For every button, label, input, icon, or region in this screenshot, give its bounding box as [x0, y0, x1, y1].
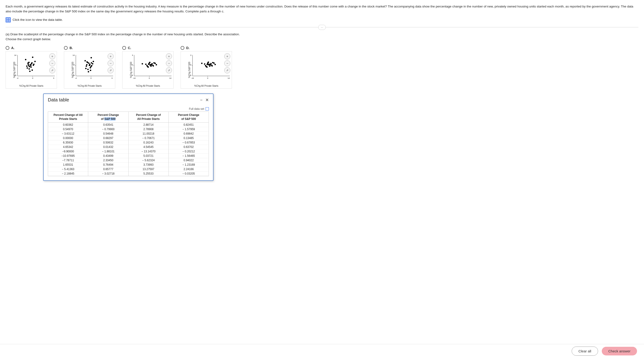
graph-b-label: B. — [70, 46, 73, 50]
data-row: 0.65777 — [88, 167, 128, 171]
svg-point-84 — [150, 65, 152, 66]
graph-d-zoom-out[interactable]: − — [224, 60, 230, 66]
svg-point-21 — [30, 66, 32, 68]
grid-icon[interactable] — [6, 17, 11, 23]
data-row: 0.54970 — [48, 127, 88, 132]
data-col-2: Percent Changeof S&P 500 0.63541 − 0.799… — [88, 112, 128, 176]
data-row: − 1.88101 — [88, 149, 128, 154]
col4-header: Percent Changeof S&P 500 — [169, 112, 208, 123]
divider-dots: ··· — [318, 25, 326, 30]
svg-point-109 — [210, 63, 212, 64]
graph-c-zoom-in[interactable]: + — [166, 53, 172, 59]
data-row: −10.97695 — [48, 154, 88, 158]
full-data-icon[interactable] — [206, 107, 209, 111]
main-content: Each month, a government agency releases… — [0, 0, 644, 89]
graph-d-header: D. — [180, 46, 232, 50]
modal-controls: − ✕ — [200, 98, 209, 102]
bottom-bar: Clear all Check answer — [0, 344, 644, 358]
svg-point-121 — [207, 63, 208, 64]
radio-a[interactable] — [6, 46, 9, 50]
svg-point-87 — [156, 64, 157, 65]
svg-point-17 — [33, 65, 34, 66]
data-row: 0.76494 — [88, 163, 128, 167]
svg-point-120 — [204, 63, 205, 65]
data-row: − 1.57959 — [169, 127, 208, 132]
svg-point-26 — [32, 57, 33, 58]
svg-point-90 — [145, 64, 146, 65]
graph-b-header: B. — [64, 46, 115, 50]
radio-c[interactable] — [122, 46, 126, 50]
svg-point-44 — [88, 62, 89, 64]
graph-d-zoom-in[interactable]: + — [224, 53, 230, 59]
data-row: − 0.67853 — [169, 140, 208, 145]
svg-point-57 — [88, 71, 89, 72]
svg-point-53 — [87, 69, 89, 70]
svg-text:0: 0 — [207, 77, 208, 79]
svg-point-60 — [90, 70, 91, 71]
svg-rect-1 — [8, 18, 10, 20]
data-row: − 0.79900 — [88, 127, 128, 132]
radio-d[interactable] — [180, 46, 184, 50]
graph-a-zoom-in[interactable]: + — [49, 53, 55, 59]
data-row: − 0.70671 — [128, 136, 168, 140]
svg-text:14: 14 — [72, 54, 75, 56]
data-row: 0.68297 — [88, 136, 128, 140]
data-row: − 2.18845 — [48, 171, 88, 176]
data-row: − 5.41363 — [48, 167, 88, 171]
data-row: 5.03721 — [128, 154, 168, 158]
svg-point-78 — [149, 64, 151, 66]
graph-c-external[interactable]: ⇗ — [166, 67, 172, 73]
svg-point-50 — [84, 60, 86, 61]
col3-header: Percent Change ofAll Private Starts — [128, 112, 168, 123]
svg-point-20 — [25, 59, 26, 60]
graph-b-external[interactable]: ⇗ — [108, 67, 114, 73]
svg-point-72 — [142, 63, 143, 65]
data-row: − 0.20212 — [169, 149, 208, 154]
svg-point-61 — [86, 64, 88, 65]
svg-point-28 — [30, 65, 32, 66]
graph-d-label: D. — [186, 46, 190, 50]
graph-b-zoom-out[interactable]: − — [108, 60, 114, 66]
data-row: 0.01432 — [88, 145, 128, 149]
svg-point-45 — [90, 66, 92, 67]
graph-a-y-label: %Chg S&P 500 — [13, 62, 16, 78]
radio-b[interactable] — [64, 46, 68, 50]
graph-a-external[interactable]: ⇗ — [49, 67, 55, 73]
svg-point-30 — [32, 69, 33, 71]
data-row: − 5.62324 — [128, 158, 168, 163]
data-row: −7.78711 — [48, 158, 88, 163]
svg-point-91 — [148, 63, 150, 65]
data-row: 0.00000 — [48, 136, 88, 140]
modal-minimize-button[interactable]: − — [200, 98, 202, 102]
graph-d-external[interactable]: ⇗ — [224, 67, 230, 73]
check-answer-button[interactable]: Check answer — [602, 347, 637, 355]
modal-title: Data table — [48, 97, 69, 103]
svg-rect-3 — [8, 20, 10, 22]
clear-all-button[interactable]: Clear all — [572, 346, 598, 356]
svg-point-79 — [152, 63, 153, 65]
data-row: −9.90000 — [48, 149, 88, 154]
graph-b-zoom-in[interactable]: + — [108, 53, 114, 59]
data-col-1: Percent Change of All Private Starts 0.6… — [48, 112, 88, 176]
graph-d-y-label: %Chg S&P 500 — [188, 62, 191, 78]
hint-text: Click the icon to view the data table. — [12, 18, 63, 22]
svg-point-51 — [90, 67, 91, 68]
graph-c-zoom-out[interactable]: − — [166, 60, 172, 66]
svg-point-31 — [28, 64, 29, 65]
modal-close-button[interactable]: ✕ — [205, 98, 209, 102]
col1-header: Percent Change of All Private Starts — [48, 112, 88, 123]
svg-text:14: 14 — [170, 77, 172, 79]
data-col-4: Percent Changeof S&P 500 0.82451 − 1.579… — [169, 112, 208, 176]
data-row: 2.78908 — [128, 127, 168, 132]
graph-a-zoom-out[interactable]: − — [49, 60, 55, 66]
graph-b-y-label: %Chg S&P 500 — [72, 62, 74, 78]
svg-text:3: 3 — [53, 77, 54, 79]
data-row: 6.35930 — [48, 140, 88, 145]
graph-c-x-label: %Chg All Private Starts — [136, 85, 160, 87]
data-row: 0.82451 — [169, 123, 208, 127]
data-row: − 3.02718 — [88, 171, 128, 176]
data-row: − 13.14370 — [128, 149, 168, 154]
problem-text: Each month, a government agency releases… — [6, 4, 636, 14]
svg-text:-14: -14 — [191, 77, 194, 79]
data-row: 0.63541 — [88, 123, 128, 127]
